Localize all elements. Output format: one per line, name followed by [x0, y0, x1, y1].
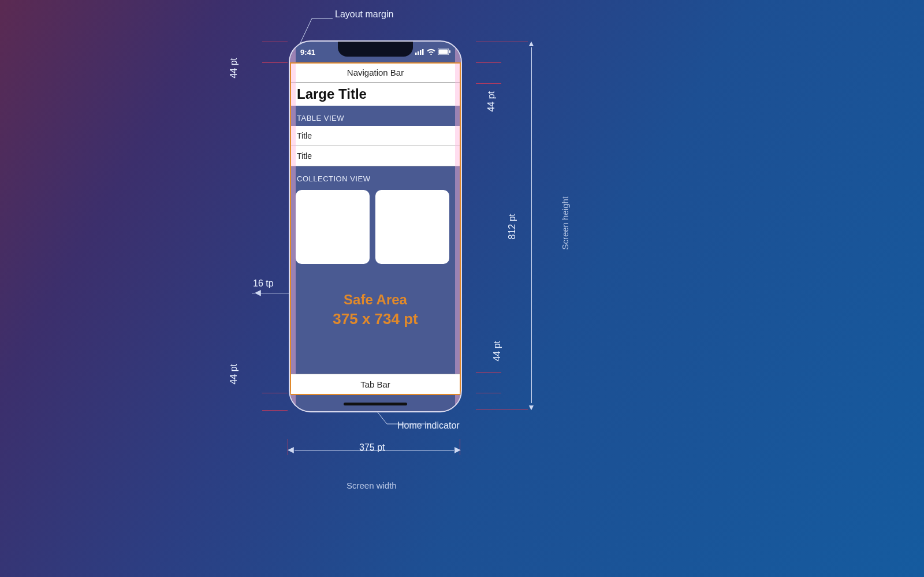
collection-view	[290, 187, 461, 267]
dim-height-812pt: 812 pt	[507, 214, 517, 239]
collection-item	[375, 190, 449, 264]
navigation-bar: Navigation Bar	[290, 62, 461, 83]
tab-bar-label: Tab Bar	[360, 379, 390, 389]
tick-line	[476, 409, 528, 410]
dim-statusbar-44pt: 44 pt	[229, 58, 239, 79]
layout-margin-right	[455, 42, 461, 411]
tick-line	[476, 393, 501, 393]
svg-rect-6	[449, 50, 450, 53]
diagram-canvas: { "labels": { "layout_margin": "Layout m…	[0, 0, 924, 577]
table-row-title: Title	[297, 151, 312, 161]
svg-rect-2	[420, 50, 422, 55]
tick-line	[262, 42, 288, 42]
dim-arrow-height: ▲ ▼	[523, 42, 541, 409]
table-row: Title	[290, 126, 461, 146]
dim-arrow-width: ◀ ▶	[289, 442, 460, 460]
navigation-bar-label: Navigation Bar	[347, 68, 404, 77]
dim-tabbar-44pt: 44 pt	[492, 341, 502, 362]
home-indicator	[344, 403, 407, 405]
safe-area-title: Safe Area	[290, 291, 461, 309]
safe-area-dims: 375 x 734 pt	[290, 309, 461, 329]
wifi-icon	[427, 48, 435, 57]
signal-icon	[415, 48, 424, 57]
notch	[338, 40, 413, 57]
tick-line	[262, 410, 288, 411]
table-view-header: TABLE VIEW	[290, 106, 461, 126]
battery-icon	[438, 48, 450, 57]
dim-navbar-44pt: 44 pt	[486, 91, 497, 112]
svg-rect-1	[418, 51, 419, 55]
large-title: Large Title	[290, 83, 461, 106]
tick-line	[476, 62, 501, 63]
svg-rect-5	[439, 49, 448, 54]
tick-line	[262, 62, 288, 63]
tick-line	[476, 83, 501, 84]
collection-view-header: COLLECTION VIEW	[290, 166, 461, 187]
svg-rect-0	[415, 53, 417, 55]
table-row-title: Title	[297, 131, 312, 140]
large-title-text: Large Title	[297, 86, 367, 102]
tab-bar: Tab Bar	[290, 374, 461, 394]
collection-item	[296, 190, 370, 264]
layout-margin-left	[290, 42, 296, 411]
tick-line	[476, 42, 528, 42]
safe-area-label: Safe Area 375 x 734 pt	[290, 291, 461, 329]
svg-rect-3	[422, 49, 424, 55]
phone-frame: 9:41 Navigation Bar Large Title TABLE VI…	[289, 40, 462, 412]
tick-line	[262, 393, 288, 393]
dim-arrow-margin: ▶ ◀	[248, 288, 295, 299]
table-row: Title	[290, 146, 461, 166]
screen-height-label: Screen height	[560, 196, 570, 250]
dim-homeind-44pt: 44 pt	[229, 364, 239, 385]
status-time: 9:41	[300, 48, 315, 57]
screen-width-label: Screen width	[346, 481, 397, 490]
tick-line	[476, 372, 501, 373]
